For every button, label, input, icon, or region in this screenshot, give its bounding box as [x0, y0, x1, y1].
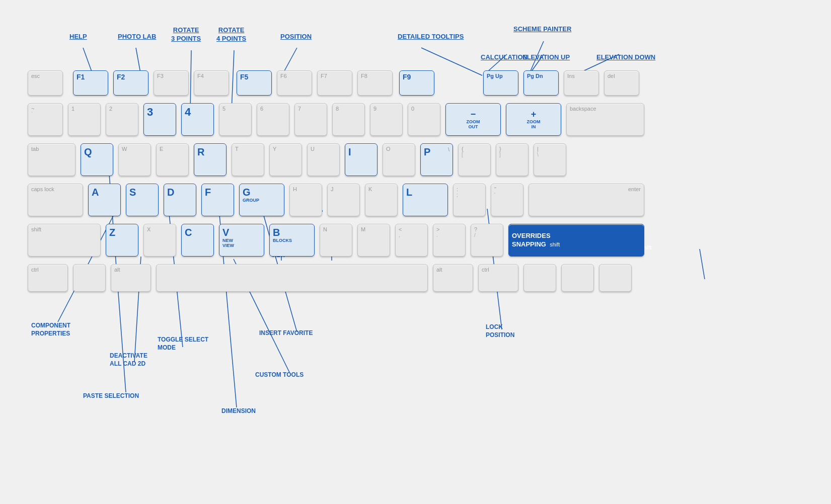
key-l[interactable]: L: [403, 184, 448, 216]
key-8[interactable]: 8: [332, 103, 365, 136]
key-f6[interactable]: F6: [277, 70, 312, 96]
key-arrow-2[interactable]: [561, 264, 594, 292]
svg-line-3: [232, 50, 234, 111]
key-f8[interactable]: F8: [357, 70, 393, 96]
key-t[interactable]: T: [232, 143, 264, 176]
key-alt-right[interactable]: alt: [433, 264, 473, 292]
key-quote[interactable]: "': [491, 184, 523, 216]
key-k[interactable]: K: [365, 184, 398, 216]
key-pgup[interactable]: Pg Up: [483, 70, 518, 96]
svg-line-15: [700, 249, 705, 279]
annotation-component-properties: COMPONENTPROPERTIES: [31, 322, 70, 338]
key-space[interactable]: [156, 264, 428, 292]
svg-line-2: [190, 50, 191, 111]
key-pgdn[interactable]: Pg Dn: [523, 70, 559, 96]
key-m[interactable]: M: [357, 224, 390, 257]
key-minus[interactable]: − ZOOMOUT: [445, 103, 501, 136]
key-v[interactable]: V NEWVIEW: [219, 224, 264, 257]
key-tab[interactable]: tab: [28, 143, 75, 176]
key-o[interactable]: O: [383, 143, 415, 176]
key-esc[interactable]: esc: [28, 70, 63, 96]
key-tilde[interactable]: ~`: [28, 103, 63, 136]
key-alt-left[interactable]: alt: [111, 264, 151, 292]
key-z[interactable]: Z: [106, 224, 138, 257]
key-period[interactable]: >.: [433, 224, 466, 257]
key-ctrl-right[interactable]: ctrl: [478, 264, 518, 292]
key-y[interactable]: Y: [269, 143, 302, 176]
key-d[interactable]: D: [164, 184, 196, 216]
annotation-position: POSITION: [280, 33, 312, 40]
annotation-custom-tools: CUSTOM TOOLS: [255, 371, 304, 378]
key-f3[interactable]: F3: [154, 70, 189, 96]
annotation-rotate-4: ROTATE4 POINTS: [216, 26, 246, 43]
key-5[interactable]: 5: [219, 103, 252, 136]
key-f7[interactable]: F7: [317, 70, 352, 96]
key-arrow-3[interactable]: [599, 264, 632, 292]
annotation-elevation-down: ELEVATION DOWN: [596, 53, 655, 61]
annotation-lock-position: LOCKPOSITION: [486, 323, 514, 339]
annotation-detailed-tooltips: DETAILED TOOLTIPS: [398, 33, 464, 40]
annotation-photo-lab: PHOTO LAB: [118, 33, 156, 40]
key-j[interactable]: J: [327, 184, 360, 216]
key-f[interactable]: F: [201, 184, 234, 216]
key-fn[interactable]: [73, 264, 106, 292]
key-w[interactable]: W: [118, 143, 151, 176]
annotation-rotate-3: ROTATE3 POINTS: [171, 26, 201, 43]
key-f9[interactable]: F9: [399, 70, 434, 96]
key-backslash[interactable]: |\: [534, 143, 566, 176]
key-g[interactable]: G GROUP: [239, 184, 284, 216]
key-e[interactable]: E: [156, 143, 189, 176]
key-6[interactable]: 6: [257, 103, 289, 136]
key-del[interactable]: del: [604, 70, 639, 96]
annotation-scheme-painter: SCHEME PAINTER: [513, 25, 571, 33]
key-shift-right[interactable]: OVERRIDESSNAPPING shift: [508, 224, 644, 257]
annotation-toggle-select: TOGGLE SELECTMODE: [158, 336, 208, 352]
annotation-insert-favorite: INSERT FAVORITE: [259, 329, 313, 337]
key-shift-left[interactable]: shift: [28, 224, 101, 257]
key-p[interactable]: P\: [420, 143, 453, 176]
key-s[interactable]: S: [126, 184, 159, 216]
key-q[interactable]: Q: [81, 143, 113, 176]
key-f1[interactable]: F1: [73, 70, 108, 96]
key-h[interactable]: H: [289, 184, 322, 216]
key-3[interactable]: 3: [143, 103, 176, 136]
key-enter[interactable]: enter: [528, 184, 644, 216]
key-a[interactable]: A: [88, 184, 121, 216]
key-u[interactable]: U: [307, 143, 340, 176]
key-7[interactable]: 7: [294, 103, 327, 136]
key-x[interactable]: X: [143, 224, 176, 257]
key-b[interactable]: B BLOCKS: [269, 224, 315, 257]
key-ctrl-left[interactable]: ctrl: [28, 264, 68, 292]
annotation-dimension: DIMENSION: [221, 407, 256, 414]
key-c[interactable]: C: [181, 224, 214, 257]
key-bracket-close[interactable]: }]: [496, 143, 528, 176]
key-plus[interactable]: + ZOOMIN: [506, 103, 561, 136]
annotation-elevation-up: ELEVATION UP: [522, 53, 570, 61]
annotation-paste-selection: PASTE SELECTION: [83, 392, 139, 399]
key-2[interactable]: 2: [106, 103, 138, 136]
key-backspace[interactable]: backspace: [566, 103, 644, 136]
key-r[interactable]: R: [194, 143, 226, 176]
key-4[interactable]: 4: [181, 103, 214, 136]
key-bracket-open[interactable]: {[: [458, 143, 491, 176]
key-ins[interactable]: Ins: [564, 70, 599, 96]
annotation-help: HELP: [69, 33, 87, 40]
key-9[interactable]: 9: [370, 103, 403, 136]
annotation-calculation: CALCULATION: [481, 53, 527, 61]
annotation-deactivate-cad: DEACTIVATEALL CAD 2D: [110, 352, 147, 368]
key-semicolon[interactable]: :;: [453, 184, 486, 216]
key-f4[interactable]: F4: [194, 70, 229, 96]
key-arrow-1[interactable]: [523, 264, 556, 292]
key-0[interactable]: 0: [408, 103, 440, 136]
key-1[interactable]: 1: [68, 103, 101, 136]
key-comma[interactable]: <,: [395, 224, 428, 257]
key-slash[interactable]: ?/: [471, 224, 503, 257]
key-n[interactable]: N: [320, 224, 352, 257]
key-f5[interactable]: F5: [237, 70, 272, 96]
key-i[interactable]: I: [345, 143, 377, 176]
key-capslock[interactable]: caps lock: [28, 184, 83, 216]
key-f2[interactable]: F2: [113, 70, 148, 96]
